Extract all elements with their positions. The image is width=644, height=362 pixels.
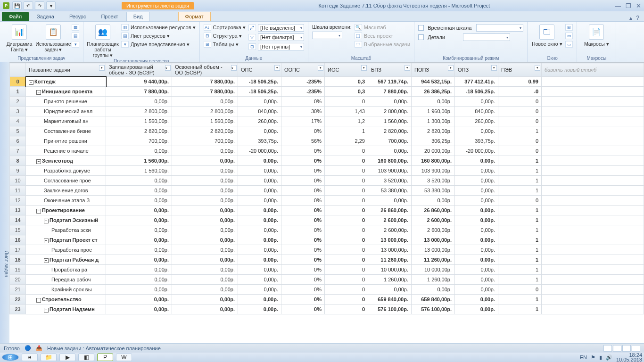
cell[interactable]: 0,00р. bbox=[172, 196, 238, 206]
cell[interactable]: 0 bbox=[325, 235, 368, 245]
cell[interactable]: 0 bbox=[325, 295, 368, 304]
cell[interactable]: 944 532,15р. bbox=[412, 77, 455, 87]
cell[interactable]: 56% bbox=[281, 136, 325, 146]
cell[interactable]: 0 bbox=[325, 304, 368, 314]
resource-sheet-button[interactable]: ▤Лист ресурсов ▾ bbox=[121, 32, 196, 40]
cell[interactable]: 0% bbox=[281, 215, 325, 225]
cell[interactable]: 393,75р. bbox=[238, 136, 281, 146]
ribbon-collapse[interactable]: ▴ bbox=[629, 15, 632, 21]
cell[interactable]: 0,00р. bbox=[455, 196, 498, 206]
cell[interactable] bbox=[542, 77, 644, 87]
cell[interactable]: 3 520,00р. bbox=[368, 176, 412, 186]
cell[interactable]: 7 880,00р. bbox=[368, 87, 412, 97]
cell[interactable]: 0,00р. bbox=[455, 265, 498, 275]
cell[interactable]: 260,00р. bbox=[238, 116, 281, 126]
zoom-button[interactable]: 🔍Масштаб bbox=[355, 24, 410, 31]
cell[interactable]: 0,00р. bbox=[106, 275, 172, 285]
start-button[interactable]: ⊞ bbox=[2, 354, 19, 361]
details-checkbox[interactable]: Детали bbox=[418, 33, 523, 41]
cell[interactable]: 0,00р. bbox=[106, 176, 172, 186]
cell[interactable]: 1 bbox=[498, 225, 542, 235]
cell[interactable] bbox=[542, 87, 644, 97]
cell[interactable]: 11 260,00р. bbox=[368, 255, 412, 265]
calendar-button[interactable]: ▤ bbox=[72, 32, 79, 40]
cell[interactable]: 0 bbox=[498, 97, 542, 107]
table-row[interactable]: 17Разработка прое0,00р.0,00р.0,00р.0%013… bbox=[10, 245, 644, 255]
task-name-cell[interactable]: Составление бизне bbox=[26, 126, 106, 136]
cell[interactable]: 0 bbox=[498, 107, 542, 116]
cell[interactable]: -18 506,25р. bbox=[238, 87, 281, 97]
task-name-cell[interactable]: Разработка докуме bbox=[26, 166, 106, 176]
qat-redo[interactable]: ↷ bbox=[35, 1, 44, 10]
cell[interactable]: 0,3 bbox=[325, 87, 368, 97]
cell[interactable]: 2 820,00р. bbox=[368, 126, 412, 136]
cell[interactable]: 0,00р. bbox=[238, 206, 281, 215]
tray-flag-icon[interactable]: ⚑ bbox=[591, 354, 595, 361]
cell[interactable]: 53 380,00р. bbox=[368, 186, 412, 196]
cell[interactable]: 0,00р. bbox=[172, 225, 238, 235]
other-task-views-button[interactable]: ▾ bbox=[72, 41, 79, 48]
cell[interactable]: 1 bbox=[498, 166, 542, 176]
cell[interactable]: 7 880,00р. bbox=[172, 77, 238, 87]
cell[interactable]: 7 880,00р. bbox=[106, 87, 172, 97]
cell[interactable]: 0,00р. bbox=[238, 235, 281, 245]
cell[interactable]: 0,99 bbox=[498, 77, 542, 87]
cell[interactable]: 2 800,00р. bbox=[106, 107, 172, 116]
table-row[interactable]: 13−Проектирование0,00р.0,00р.0,00р.0%026… bbox=[10, 206, 644, 215]
cell[interactable]: 1 bbox=[498, 255, 542, 265]
cell[interactable]: 1,2 bbox=[325, 116, 368, 126]
cell[interactable]: 2 600,00р. bbox=[368, 225, 412, 235]
table-row[interactable]: 15Разработка эски0,00р.0,00р.0,00р.0%02 … bbox=[10, 225, 644, 235]
row-number[interactable]: 17 bbox=[10, 245, 26, 255]
cell[interactable]: 0,00р. bbox=[455, 206, 498, 215]
cell[interactable]: 0,00р. bbox=[455, 295, 498, 304]
cell[interactable]: 0,00р. bbox=[455, 215, 498, 225]
hide-window-button[interactable]: ▭ bbox=[565, 41, 573, 48]
task-name-cell[interactable]: −Проектирование bbox=[26, 206, 106, 215]
col-planned-value[interactable]: Запланированныйобъем - ЗО (БСЗР)▾ bbox=[106, 63, 172, 77]
cell[interactable] bbox=[542, 304, 644, 314]
cell[interactable] bbox=[542, 196, 644, 206]
cell[interactable]: 0,00р. bbox=[106, 295, 172, 304]
cell[interactable]: 2,29 bbox=[325, 136, 368, 146]
task-name-cell[interactable]: Разработка эски bbox=[26, 225, 106, 235]
cell[interactable]: 10 000,00р. bbox=[412, 265, 455, 275]
col-bac[interactable]: БПЗ▾ bbox=[368, 63, 412, 77]
row-number[interactable]: 16 bbox=[10, 235, 26, 245]
cell[interactable]: 2 820,00р. bbox=[412, 126, 455, 136]
cell[interactable]: 0,00р. bbox=[106, 97, 172, 107]
cell[interactable]: 840,00р. bbox=[238, 107, 281, 116]
cell[interactable]: 26 386,25р. bbox=[412, 87, 455, 97]
cell[interactable]: 0,00р. bbox=[238, 156, 281, 166]
row-number[interactable]: 7 bbox=[10, 146, 26, 156]
cell[interactable]: 0% bbox=[281, 146, 325, 156]
cell[interactable]: 0,00р. bbox=[106, 255, 172, 265]
cell[interactable]: 0,00р. bbox=[238, 285, 281, 295]
table-row[interactable]: 4Маркетинговый ан1 560,00р.1 560,00р.260… bbox=[10, 116, 644, 126]
task-name-cell[interactable]: −Подэтап Эскизный bbox=[26, 215, 106, 225]
cell[interactable]: 0,00р. bbox=[238, 186, 281, 196]
cell[interactable]: 17% bbox=[281, 116, 325, 126]
cell[interactable]: 1,43 bbox=[325, 107, 368, 116]
cell[interactable] bbox=[542, 265, 644, 275]
col-spi[interactable]: ИОС▾ bbox=[325, 63, 368, 77]
cell[interactable] bbox=[542, 186, 644, 196]
task-name-cell[interactable]: Решение о начале bbox=[26, 146, 106, 156]
task-name-cell[interactable]: Согласование прое bbox=[26, 176, 106, 186]
table-row[interactable]: 3Юридтический анал2 800,00р.2 800,00р.84… bbox=[10, 107, 644, 116]
task-name-cell[interactable]: Окончание этапа З bbox=[26, 196, 106, 206]
cell[interactable]: 1 260,00р. bbox=[368, 275, 412, 285]
cell[interactable]: 1 bbox=[498, 176, 542, 186]
cell[interactable]: 393,75р. bbox=[455, 136, 498, 146]
cell[interactable]: 0 bbox=[498, 196, 542, 206]
cell[interactable]: 13 000,00р. bbox=[368, 245, 412, 255]
cell[interactable]: 0,00р. bbox=[172, 176, 238, 186]
col-name[interactable]: Название задачи▾ bbox=[26, 63, 106, 77]
cell[interactable]: 0% bbox=[281, 285, 325, 295]
row-number[interactable]: 20 bbox=[10, 275, 26, 285]
table-row[interactable]: 9Разработка докуме1 560,00р.0,00р.0,00р.… bbox=[10, 166, 644, 176]
cell[interactable]: 0% bbox=[281, 206, 325, 215]
cell[interactable] bbox=[542, 97, 644, 107]
qat-undo[interactable]: ↶ bbox=[24, 1, 33, 10]
cell[interactable]: 0 bbox=[498, 116, 542, 126]
